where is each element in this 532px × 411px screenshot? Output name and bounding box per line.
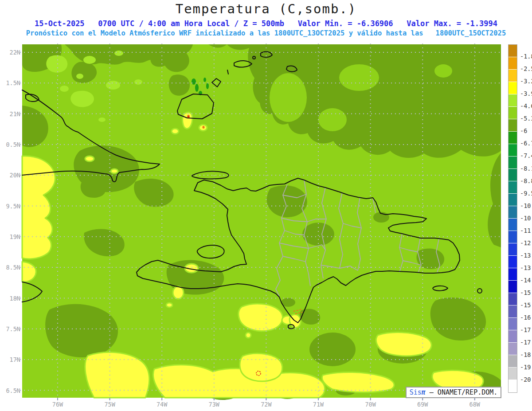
watermark-pi-logo: π (422, 388, 426, 396)
colorbar-tick-label: -15.8 (520, 301, 532, 309)
lat-tick-label: 19N (0, 233, 20, 241)
colorbar-segment (509, 318, 517, 330)
colorbar-segment (509, 231, 517, 243)
colorbar-tick-label: -11.6 (520, 227, 532, 234)
colorbar-segment (509, 305, 517, 318)
colorbar-tick-label: -17.9 (520, 339, 532, 346)
lat-tick-label: 22N (0, 48, 20, 56)
colorbar-segment (509, 256, 517, 268)
colorbar-tick-label: -6.7 (520, 140, 532, 147)
colorbar-segment (509, 330, 517, 343)
colorbar-segment (509, 157, 517, 169)
colorbar-segment (509, 107, 517, 119)
colorbar-tick-label: -14.4 (520, 277, 532, 284)
lat-tick-label: 7.5N (0, 325, 20, 333)
colorbar-segment (509, 82, 517, 94)
colorbar-tick-label: -12.3 (520, 239, 532, 247)
lon-tick-label: 75W (104, 401, 115, 408)
colorbar-segment (509, 355, 517, 368)
colorbar-segment (509, 181, 517, 194)
lat-tick-label: 1.5N (0, 79, 20, 87)
lon-tick-label: 73W (209, 401, 219, 408)
colorbar-tick-label: -20 (520, 376, 531, 383)
lat-tick-label: 6.5N (0, 387, 20, 395)
lon-tick-label: 76W (52, 401, 63, 408)
lat-tick-label: 18N (0, 294, 20, 302)
colorbar-segment (509, 268, 517, 281)
colorbar-segment (509, 169, 517, 181)
colorbar-tick-label: -17.2 (520, 326, 532, 333)
lat-tick-label: 17N (0, 356, 20, 364)
lat-tick-label: 20N (0, 171, 20, 179)
colorbar-segment (509, 219, 517, 231)
lon-tick-label: 70W (365, 401, 376, 408)
colorbar-tick-label: -2.5 (520, 65, 532, 72)
colorbar-tick-label: -3.2 (520, 78, 532, 85)
colorbar-segment (509, 144, 517, 157)
watermark-brand: Sis (410, 388, 422, 396)
lat-tick-label: 21N (0, 110, 20, 118)
colorbar-tick-label: -13 (520, 252, 531, 259)
weather-map-page: Temperatura (C,somb.) 15-Oct-2025 0700 U… (0, 0, 532, 411)
colorbar-segment (509, 243, 517, 256)
colorbar-tick-label: -15.1 (520, 289, 532, 296)
subtitle-model: Pronóstico con el Modelo Atmósferico WRF… (0, 29, 532, 37)
lat-tick-label: 8.5N (0, 263, 20, 271)
lat-tick-label: 9.5N (0, 202, 20, 210)
temperature-colorbar (508, 44, 517, 393)
lat-tick-label: 0.5N (0, 141, 20, 149)
colorbar-tick-label: -3.9 (520, 90, 532, 97)
colorbar-segment (509, 380, 517, 392)
colorbar-tick-label: -9.5 (520, 190, 532, 197)
colorbar-tick-label: -10.2 (520, 202, 532, 209)
colorbar-tick-label: -5.3 (520, 115, 532, 122)
lon-tick-label: 68W (469, 401, 480, 408)
lon-tick-label: 71W (313, 401, 324, 408)
lon-tick-label: 72W (261, 401, 271, 408)
watermark-box: Sisπ — ONAMET/REP.DOM. (406, 387, 501, 398)
colorbar-tick-label: -6 (520, 127, 527, 134)
colorbar-segment (509, 70, 517, 82)
colorbar-segment (509, 293, 517, 305)
colorbar-segment (509, 194, 517, 206)
temperature-contour-map (22, 44, 501, 398)
colorbar-tick-label: -10.9 (520, 215, 532, 222)
colorbar-segment (509, 94, 517, 107)
colorbar-segment (509, 57, 517, 70)
colorbar-tick-label: -1.8 (520, 53, 532, 60)
colorbar-tick-label: -4.6 (520, 102, 532, 110)
colorbar-tick-label: -19.3 (520, 364, 532, 371)
watermark-org: — ONAMET/REP.DOM. (426, 388, 498, 396)
colorbar-segment (509, 132, 517, 144)
colorbar-segment (509, 343, 517, 355)
page-title: Temperatura (C,somb.) (0, 1, 532, 16)
colorbar-segment (509, 206, 517, 219)
colorbar-tick-label: -8.8 (520, 177, 532, 184)
colorbar-tick-label: -8.1 (520, 165, 532, 172)
colorbar-tick-label: -7.4 (520, 152, 532, 159)
subtitle-validtime: 15-Oct-2025 0700 UTC / 4:00 am Hora Loca… (0, 19, 532, 28)
colorbar-segment (509, 45, 517, 57)
colorbar-segment (509, 281, 517, 293)
colorbar-tick-label: -18.6 (520, 351, 532, 358)
lon-tick-label: 69W (417, 401, 428, 408)
lon-tick-label: 74W (156, 401, 167, 408)
forecast-map (22, 44, 501, 398)
colorbar-tick-label: -13.7 (520, 264, 532, 271)
colorbar-tick-label: -16.5 (520, 314, 532, 321)
colorbar-segment (509, 368, 517, 380)
colorbar-segment (509, 119, 517, 132)
